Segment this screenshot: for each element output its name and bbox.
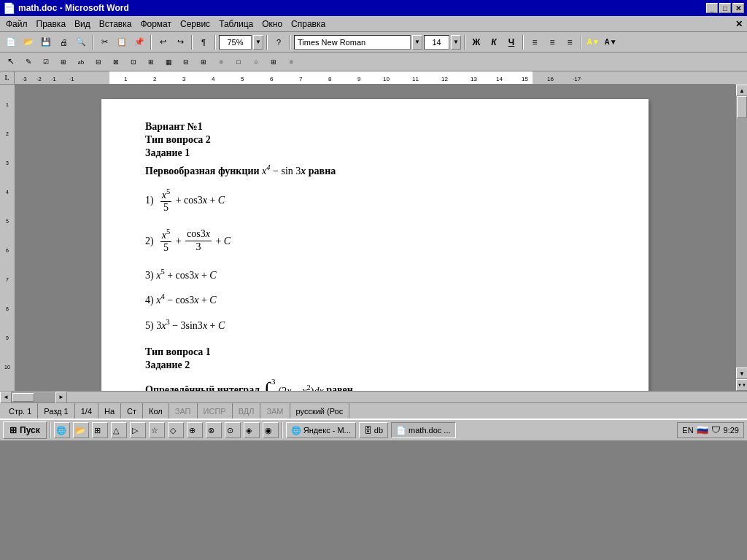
h-scroll-track[interactable]	[12, 392, 55, 402]
minimize-button[interactable]: _	[706, 3, 718, 13]
page[interactable]: Вариант №1 Тип вопроса 2 Задание 1 Перво…	[101, 99, 649, 391]
draw-btn7[interactable]: ⊠	[108, 55, 124, 69]
help-btn[interactable]: ?	[271, 34, 287, 50]
draw-btn4[interactable]: ⊞	[55, 55, 71, 69]
redo-button[interactable]: ↪	[172, 34, 188, 50]
draw-btn13[interactable]: ≡	[213, 55, 229, 69]
scroll-down-button[interactable]: ▼	[736, 368, 747, 379]
quicklaunch-ie[interactable]: 🌐	[54, 422, 70, 438]
italic-button[interactable]: К	[486, 34, 502, 50]
yandex-icon: 🌐	[291, 426, 301, 435]
copy-button[interactable]: 📋	[114, 34, 130, 50]
scroll-track[interactable]	[736, 96, 747, 368]
taskbar-app-yandex[interactable]: 🌐 Яндекс - М...	[286, 422, 356, 438]
taskbar-app-db[interactable]: 🗄 db	[359, 422, 388, 438]
align-right-button[interactable]: ≡	[562, 34, 578, 50]
menu-table[interactable]: Таблица	[214, 18, 258, 31]
start-button[interactable]: ⊞ Пуск	[3, 421, 47, 439]
menu-tools[interactable]: Сервис	[176, 18, 214, 31]
right-ruler-space	[735, 71, 747, 85]
close-button[interactable]: ✕	[732, 3, 744, 13]
save-button[interactable]: 💾	[38, 34, 54, 50]
scroll-bottom1[interactable]: ▼▼	[736, 379, 747, 391]
menu-help[interactable]: Справка	[287, 18, 330, 31]
font-dropdown[interactable]: ▼	[412, 35, 422, 50]
print-button[interactable]: 🖨	[55, 34, 71, 50]
svg-text:15: 15	[522, 76, 528, 82]
task1-label: Задание 1	[145, 147, 605, 159]
zoom-dropdown[interactable]: ▼	[253, 35, 263, 50]
vertical-ruler-svg: 1 2 3 4 5 6 7 8 9 10	[0, 85, 15, 391]
underline-button[interactable]: Ч	[503, 34, 519, 50]
draw-btn9[interactable]: ⊞	[143, 55, 159, 69]
draw-btn10[interactable]: ▦	[160, 55, 177, 69]
scroll-up-button[interactable]: ▲	[736, 85, 747, 96]
fontsize-dropdown[interactable]: ▼	[451, 35, 461, 50]
scroll-thumb[interactable]	[737, 96, 747, 118]
quicklaunch-10[interactable]: ◉	[263, 422, 279, 438]
menu-bar: Файл Правка Вид Вставка Формат Сервис Та…	[0, 16, 747, 32]
draw-btn5[interactable]: ab	[73, 55, 89, 69]
quicklaunch-6[interactable]: ⊕	[187, 422, 203, 438]
menu-insert[interactable]: Вставка	[95, 18, 136, 31]
integral-block: ∫ 3 −1	[264, 377, 277, 391]
draw-btn1[interactable]: ↖	[3, 55, 19, 69]
maximize-button[interactable]: □	[719, 3, 731, 13]
draw-btn17[interactable]: ≡	[283, 55, 299, 69]
answer1-row: 1) x5 5 + cos3x + C	[145, 187, 605, 214]
vertical-scrollbar[interactable]: ▲ ▼ ▼▼	[735, 85, 747, 391]
drawing-toolbar: ↖ ✎ ☑ ⊞ ab ⊟ ⊠ ⊡ ⊞ ▦ ⊟ ⊞ ≡ □ ○ ⊞ ≡	[0, 52, 747, 71]
quicklaunch-2[interactable]: △	[111, 422, 127, 438]
vertical-ruler: 1 2 3 4 5 6 7 8 9 10	[0, 85, 15, 391]
draw-btn14[interactable]: □	[231, 55, 247, 69]
preview-button[interactable]: 🔍	[73, 34, 89, 50]
zoom-box[interactable]: 75%	[219, 35, 252, 50]
highlight-btn[interactable]: A▼	[603, 34, 619, 50]
draw-btn15[interactable]: ○	[248, 55, 264, 69]
svg-rect-24	[0, 85, 15, 96]
draw-btn11[interactable]: ⊟	[178, 55, 194, 69]
sep4	[214, 35, 216, 50]
quicklaunch-4[interactable]: ☆	[149, 422, 165, 438]
draw-btn8[interactable]: ⊡	[125, 55, 142, 69]
menu-edit[interactable]: Правка	[32, 18, 71, 31]
cut-button[interactable]: ✂	[96, 34, 112, 50]
undo-button[interactable]: ↩	[155, 34, 171, 50]
quicklaunch-5[interactable]: ◇	[168, 422, 184, 438]
quicklaunch-1[interactable]: ⊞	[92, 422, 108, 438]
color-btn[interactable]: A▼	[585, 34, 601, 50]
open-button[interactable]: 📂	[20, 34, 36, 50]
paragraph-btn[interactable]: ¶	[196, 34, 212, 50]
new-button[interactable]: 📄	[3, 34, 19, 50]
draw-btn6[interactable]: ⊟	[90, 55, 107, 69]
paste-button[interactable]: 📌	[131, 34, 147, 50]
quicklaunch-7[interactable]: ⊗	[206, 422, 222, 438]
menu-view[interactable]: Вид	[70, 18, 95, 31]
draw-btn12[interactable]: ⊞	[196, 55, 212, 69]
quicklaunch-3[interactable]: ▷	[130, 422, 146, 438]
align-left-button[interactable]: ≡	[527, 34, 543, 50]
svg-text:2: 2	[153, 76, 157, 82]
menu-format[interactable]: Формат	[136, 18, 176, 31]
scroll-left-button[interactable]: ◄	[0, 392, 12, 403]
app-close-button[interactable]: ✕	[732, 19, 746, 29]
quicklaunch-9[interactable]: ◈	[244, 422, 260, 438]
question-type-1: Тип вопроса 2	[145, 134, 605, 146]
font-selector[interactable]: Times New Roman	[294, 35, 411, 50]
scroll-right-button[interactable]: ►	[55, 392, 67, 403]
align-center-button[interactable]: ≡	[544, 34, 560, 50]
fontsize-selector[interactable]: 14	[424, 35, 449, 50]
draw-btn2[interactable]: ✎	[20, 55, 36, 69]
draw-btn3[interactable]: ☑	[38, 55, 54, 69]
menu-file[interactable]: Файл	[1, 18, 32, 31]
svg-text:8: 8	[6, 306, 9, 311]
draw-btn16[interactable]: ⊞	[266, 55, 282, 69]
quicklaunch-folder[interactable]: 📂	[73, 422, 89, 438]
sep5	[266, 35, 268, 50]
answer2-row: 2) x5 5 + cos3x 3 + C	[145, 228, 605, 254]
menu-window[interactable]: Окно	[258, 18, 287, 31]
bold-button[interactable]: Ж	[468, 34, 484, 50]
quicklaunch-8[interactable]: ⊙	[225, 422, 241, 438]
taskbar-app-word[interactable]: 📄 math.doc ...	[391, 422, 455, 438]
h-scroll-thumb[interactable]	[12, 393, 34, 402]
